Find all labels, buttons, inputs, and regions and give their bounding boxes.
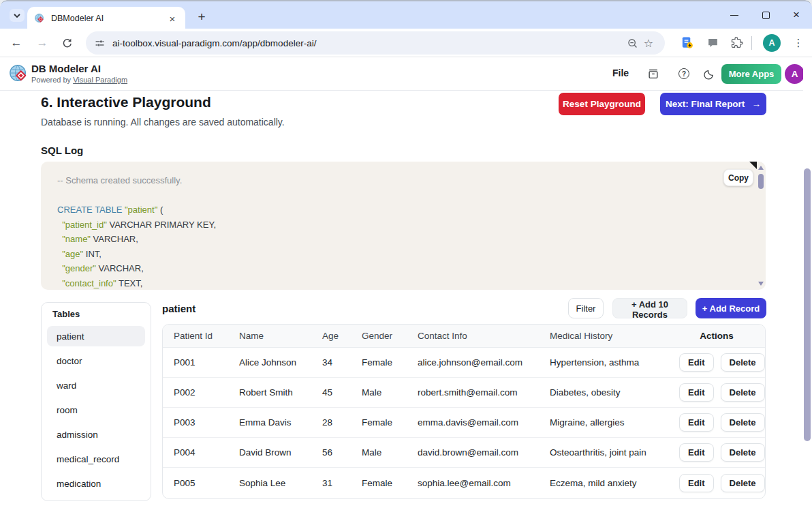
docs-offline-extension-icon[interactable] xyxy=(678,35,695,51)
table-cell: sophia.lee@email.com xyxy=(418,478,550,488)
delete-button[interactable]: Delete xyxy=(721,413,765,432)
column-header: Age xyxy=(322,331,362,341)
edit-button[interactable]: Edit xyxy=(679,443,714,462)
comment-bubble-icon[interactable] xyxy=(704,35,721,51)
scroll-up-icon[interactable] xyxy=(758,166,764,170)
delete-button[interactable]: Delete xyxy=(721,383,765,402)
sidebar-item-ward[interactable]: ward xyxy=(47,375,145,395)
sidebar-item-admission[interactable]: admission xyxy=(47,424,145,445)
browser-menu-kebab-icon[interactable]: ⋮ xyxy=(790,34,807,52)
page-scrollbar-thumb[interactable] xyxy=(804,168,811,441)
code-line: "name" VARCHAR, xyxy=(57,232,740,247)
sidebar-item-room[interactable]: room xyxy=(47,400,145,420)
browser-window: DBModeler AI × + × ← → ai-toolbox.visual… xyxy=(0,0,812,508)
edit-button[interactable]: Edit xyxy=(679,353,714,372)
scroll-down-icon[interactable] xyxy=(758,282,764,286)
delete-button[interactable]: Delete xyxy=(721,443,765,462)
table-cell: Osteoarthritis, joint pain xyxy=(550,447,679,458)
delete-button[interactable]: Delete xyxy=(721,353,765,372)
browser-tab[interactable]: DBModeler AI × xyxy=(27,7,185,30)
save-project-button[interactable] xyxy=(646,66,661,81)
table-panel-title: patient xyxy=(162,303,196,314)
table-cell: alice.johnson@email.com xyxy=(418,357,550,368)
toolbar-divider xyxy=(751,36,752,50)
bookmark-star-icon[interactable]: ☆ xyxy=(640,35,657,51)
reset-playground-button[interactable]: Reset Playground xyxy=(559,93,645,115)
tab-close-icon[interactable]: × xyxy=(166,12,178,25)
app-title: DB Modeler AI xyxy=(31,63,101,74)
table-row: P002Robert Smith45Malerobert.smith@email… xyxy=(163,378,765,408)
sidebar-item-patient[interactable]: patient xyxy=(47,326,145,346)
copy-button[interactable]: Copy xyxy=(723,169,753,186)
table-cell: 34 xyxy=(322,357,362,368)
row-actions: EditDelete xyxy=(679,413,765,432)
code-line: "contact_info" TEXT, xyxy=(57,276,740,290)
archive-box-icon xyxy=(647,68,659,80)
table-row: P003Emma Davis28Femaleemma.davis@email.c… xyxy=(163,408,765,438)
table-cell: Emma Davis xyxy=(239,417,322,428)
table-cell: P001 xyxy=(174,357,239,368)
extensions-puzzle-icon[interactable] xyxy=(729,35,745,51)
reload-button[interactable] xyxy=(57,33,76,53)
table-row: P001Alice Johnson34Femalealice.johnson@e… xyxy=(163,348,765,378)
help-button[interactable]: ? xyxy=(676,66,691,81)
browser-profile-avatar[interactable]: A xyxy=(763,34,781,52)
site-info-icon[interactable] xyxy=(94,38,106,49)
arrow-right-icon: → xyxy=(751,99,761,109)
tab-search-button[interactable] xyxy=(10,9,25,22)
zoom-out-icon[interactable] xyxy=(624,35,640,51)
dark-mode-toggle[interactable] xyxy=(702,66,717,81)
page-scrollbar[interactable] xyxy=(803,57,812,508)
filter-button[interactable]: Filter xyxy=(568,298,604,318)
next-button-label: Next: Final Report xyxy=(666,99,745,109)
records-table-header: Patient IdNameAgeGenderContact InfoMedic… xyxy=(163,325,765,348)
corner-marker-icon xyxy=(749,162,757,169)
table-cell: 45 xyxy=(322,387,362,398)
code-line: "age" INT, xyxy=(57,247,740,262)
code-line: CREATE TABLE "patient" ( xyxy=(57,203,740,218)
code-line: "gender" VARCHAR, xyxy=(57,261,740,276)
maximize-icon xyxy=(762,12,770,19)
edit-button[interactable]: Edit xyxy=(679,474,714,492)
sidebar-item-medication[interactable]: medication xyxy=(47,473,145,494)
table-cell: Female xyxy=(362,478,418,488)
status-text: Database is running. All changes are sav… xyxy=(41,117,285,128)
code-scrollbar-thumb[interactable] xyxy=(758,174,764,189)
sql-code: -- Schema created successfully. CREATE T… xyxy=(41,162,756,290)
code-scrollbar[interactable] xyxy=(757,163,765,288)
delete-button[interactable]: Delete xyxy=(721,474,765,492)
new-tab-button[interactable]: + xyxy=(193,9,210,25)
page-title: 6. Interactive Playground xyxy=(41,94,211,110)
records-table: Patient IdNameAgeGenderContact InfoMedic… xyxy=(162,324,766,499)
back-button[interactable]: ← xyxy=(7,33,26,53)
url-input[interactable]: ai-toolbox.visual-paradigm.com/app/dbmod… xyxy=(86,31,665,55)
add-record-button[interactable]: + Add Record xyxy=(696,298,766,318)
sidebar-item-doctor[interactable]: doctor xyxy=(47,350,145,371)
edit-button[interactable]: Edit xyxy=(679,413,714,432)
file-menu[interactable]: File xyxy=(612,68,629,78)
window-minimize-button[interactable] xyxy=(721,1,748,29)
reload-icon xyxy=(61,37,73,48)
sql-log-panel[interactable]: -- Schema created successfully. CREATE T… xyxy=(41,162,766,290)
row-actions: EditDelete xyxy=(679,353,765,372)
window-maximize-button[interactable] xyxy=(752,1,779,29)
table-cell: Male xyxy=(362,387,418,398)
window-close-button[interactable]: × xyxy=(783,1,810,29)
minimize-icon xyxy=(730,15,738,16)
forward-button[interactable]: → xyxy=(33,33,52,53)
table-cell: P004 xyxy=(174,447,239,458)
dbmodeler-favicon-icon xyxy=(34,13,45,24)
sql-log-title: SQL Log xyxy=(41,145,83,156)
table-cell: Sophia Lee xyxy=(239,478,322,488)
add-10-records-button[interactable]: + Add 10 Records xyxy=(612,298,687,318)
table-cell: Female xyxy=(362,417,418,428)
user-avatar[interactable]: A xyxy=(785,64,805,84)
more-apps-button[interactable]: More Apps xyxy=(721,64,781,84)
edit-button[interactable]: Edit xyxy=(679,383,714,402)
table-cell: P005 xyxy=(174,478,239,488)
sidebar-item-medical_record[interactable]: medical_record xyxy=(47,449,145,469)
moon-icon xyxy=(704,68,715,80)
next-final-report-button[interactable]: Next: Final Report → xyxy=(660,93,766,115)
code-line: "patient_id" VARCHAR PRIMARY KEY, xyxy=(57,218,740,233)
visual-paradigm-link[interactable]: Visual Paradigm xyxy=(73,76,127,84)
